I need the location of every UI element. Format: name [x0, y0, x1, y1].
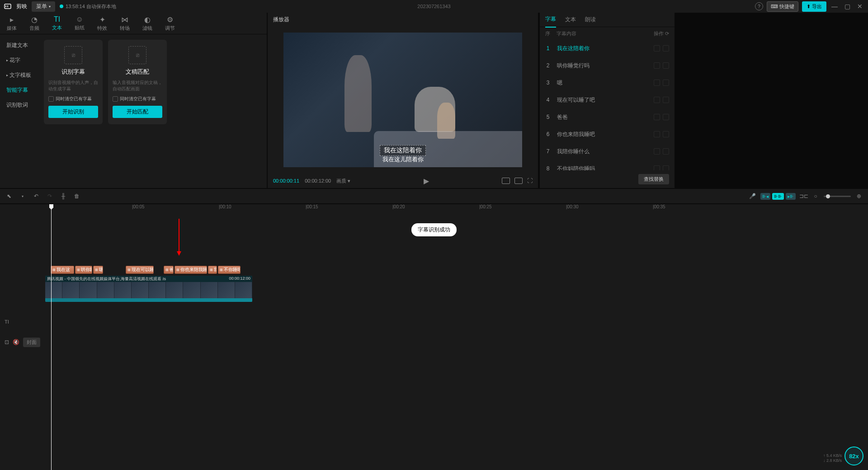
delete-subtitle-icon[interactable] — [663, 131, 669, 137]
app-name: 剪映 — [16, 3, 27, 10]
tool-tab-调节[interactable]: ⚙调节 — [165, 15, 175, 32]
col-content: 字幕内容 — [557, 30, 576, 37]
close-icon[interactable]: ✕ — [855, 2, 864, 11]
card-desc: 输入音视频对应的文稿，自动匹配画面 — [113, 80, 162, 92]
delete-subtitle-icon[interactable] — [663, 97, 669, 103]
add-subtitle-icon[interactable] — [654, 97, 660, 103]
delete-subtitle-icon[interactable] — [663, 45, 669, 52]
fullscreen-icon[interactable]: ⛶ — [527, 178, 533, 184]
delete-icon[interactable]: 🗑 — [73, 193, 80, 200]
video-clip[interactable]: 腾讯视频 - 中国领先的在线视频媒体平台,海量高清视频在线观看.ts00:00:… — [45, 276, 252, 302]
app-logo — [4, 2, 12, 10]
add-subtitle-icon[interactable] — [654, 45, 660, 52]
quality-selector[interactable]: 画质 ▾ — [336, 178, 350, 184]
maximize-icon[interactable]: ▢ — [843, 2, 852, 11]
cover-button[interactable]: 封面 — [23, 338, 40, 347]
ruler-mark: |00:05 — [132, 204, 145, 209]
subtitle-clip[interactable]: 哄你睡 — [75, 266, 92, 274]
track-mute-icon[interactable]: 🔇 — [13, 339, 19, 345]
add-subtitle-icon[interactable] — [654, 62, 660, 69]
card-button[interactable]: 开始匹配 — [113, 106, 162, 118]
subtitle-clip[interactable]: 我 — [208, 266, 217, 274]
delete-subtitle-icon[interactable] — [663, 62, 669, 69]
autosave-status: 13:58:14 自动保存本地 — [60, 3, 116, 10]
network-stats: ↑ 5.4 KB/s↓ 2.8 KB/s — [823, 453, 842, 464]
zoom-fit-icon[interactable]: ⊕ — [855, 193, 863, 200]
delete-subtitle-icon[interactable] — [663, 165, 669, 170]
tool-tab-特效[interactable]: ✦特效 — [97, 15, 107, 32]
card-checkbox[interactable]: 同时清空已有字幕 — [48, 96, 98, 102]
ruler-mark: |00:20 — [392, 204, 405, 209]
tool-tab-媒体[interactable]: ▸媒体 — [7, 15, 17, 32]
pointer-tool[interactable]: ⬉ — [5, 193, 13, 200]
add-subtitle-icon[interactable] — [654, 165, 660, 170]
undo-icon[interactable]: ↶ — [33, 193, 40, 200]
delete-subtitle-icon[interactable] — [663, 114, 669, 120]
subtitle-row[interactable]: 7我陪你睡什么 — [540, 143, 675, 160]
ruler-mark: |00:25 — [479, 204, 492, 209]
redo-icon[interactable]: ↷ — [46, 193, 53, 200]
snap-3[interactable]: ▸⊪ — [786, 193, 796, 200]
tool-tab-转场[interactable]: ⋈转场 — [120, 15, 130, 32]
subtitle-row[interactable]: 6你也来陪我睡吧 — [540, 126, 675, 143]
tool-tab-文本[interactable]: TI文本 — [52, 15, 62, 31]
subtitle-clip[interactable]: 我在这 — [51, 266, 74, 274]
sidebar-item-识别歌词[interactable]: 识别歌词 — [0, 98, 38, 113]
sidebar-item-花字[interactable]: ▸花字 — [0, 53, 38, 68]
subtitle-clip[interactable]: 不你睡吧 — [218, 266, 241, 274]
playhead[interactable] — [51, 204, 52, 470]
delete-subtitle-icon[interactable] — [663, 80, 669, 86]
delete-subtitle-icon[interactable] — [663, 148, 669, 155]
zoom-out-icon[interactable]: ○ — [812, 193, 819, 200]
preview-subtitle-box[interactable]: 我在这陪着你 — [380, 145, 426, 156]
track-lock-icon[interactable]: ⊡ — [5, 339, 9, 345]
subtitle-row[interactable]: 3嗯 — [540, 74, 675, 91]
tool-tab-贴纸[interactable]: ☺贴纸 — [75, 15, 85, 31]
ratio-icon[interactable] — [514, 178, 523, 184]
tool-tab-滤镜[interactable]: ◐滤镜 — [142, 15, 152, 32]
sidebar-item-文字模板[interactable]: ▸文字模板 — [0, 68, 38, 83]
project-name: 202307261343 — [417, 4, 450, 9]
video-preview[interactable]: 我在这陪着你 我在这儿陪着你 — [283, 33, 522, 167]
add-subtitle-icon[interactable] — [654, 131, 660, 137]
mic-icon[interactable]: 🎤 — [749, 193, 756, 200]
add-subtitle-icon[interactable] — [654, 148, 660, 155]
play-button[interactable]: ▶ — [424, 177, 429, 185]
shortcut-button[interactable]: ⌨ 快捷键 — [767, 1, 798, 12]
snap-2[interactable]: ⊪⊪ — [772, 193, 784, 200]
compare-icon[interactable] — [502, 178, 510, 184]
subtitle-row[interactable]: 4现在可以睡了吧 — [540, 91, 675, 108]
subtitle-clip[interactable]: 现在可以睡 — [126, 266, 154, 274]
align-icon[interactable]: ⊐⊏ — [800, 193, 807, 200]
add-subtitle-icon[interactable] — [654, 114, 660, 120]
sidebar-item-新建文本[interactable]: 新建文本 — [0, 38, 38, 53]
col-action: 操作 ⟳ — [654, 30, 669, 37]
zoom-slider[interactable] — [824, 196, 851, 197]
sidebar-item-智能字幕[interactable]: 智能字幕 — [0, 83, 38, 98]
subtitle-row[interactable]: 5爸爸 — [540, 108, 675, 126]
ruler-mark: |00:35 — [653, 204, 665, 209]
menu-button[interactable]: 菜单▾ — [32, 1, 55, 12]
right-tab-朗读[interactable]: 朗读 — [585, 12, 596, 27]
right-tab-文本[interactable]: 文本 — [565, 12, 576, 27]
minimize-icon[interactable]: — — [830, 2, 839, 11]
subtitle-clip[interactable]: 你也来陪我睡 — [175, 266, 207, 274]
pointer-dropdown[interactable]: ▾ — [19, 193, 26, 200]
card-icon: ⎚ — [128, 46, 146, 64]
help-icon[interactable]: ? — [755, 2, 763, 10]
card-checkbox[interactable]: 同时清空已有字幕 — [113, 96, 162, 102]
tool-tab-音频[interactable]: ◔音频 — [29, 15, 39, 32]
subtitle-row[interactable]: 2哄你睡觉行吗 — [540, 57, 675, 74]
right-tab-字幕[interactable]: 字幕 — [545, 12, 556, 28]
subtitle-clip[interactable]: 爸 — [164, 266, 174, 274]
split-icon[interactable]: ╫ — [60, 193, 67, 200]
snap-1[interactable]: ⊪◂ — [760, 193, 770, 200]
card-button[interactable]: 开始识别 — [48, 106, 98, 118]
add-subtitle-icon[interactable] — [654, 80, 660, 86]
export-button[interactable]: ⬆ 导出 — [802, 1, 826, 12]
subtitle-row[interactable]: 1我在这陪着你 — [540, 40, 675, 57]
card-title: 识别字幕 — [61, 68, 85, 76]
subtitle-clip[interactable]: 嗯 — [93, 266, 103, 274]
subtitle-row[interactable]: 8不你妈陪你睡吗 — [540, 160, 675, 170]
find-replace-button[interactable]: 查找替换 — [638, 174, 669, 184]
